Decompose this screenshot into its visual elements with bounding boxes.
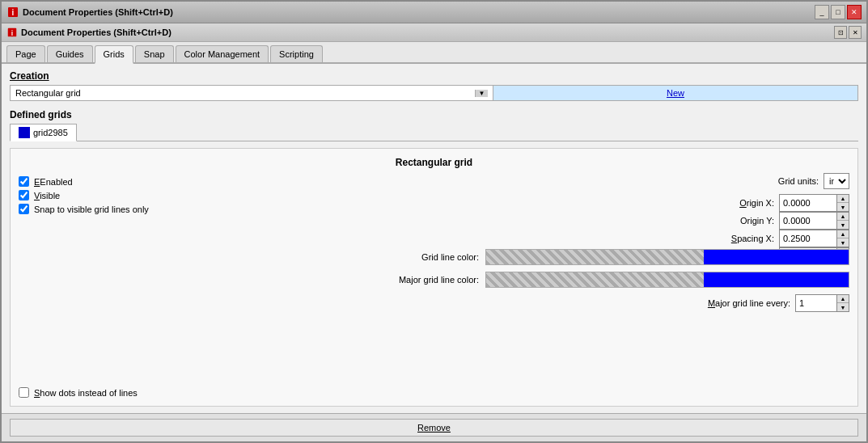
tab-grids[interactable]: Grids <box>95 45 133 64</box>
show-dots-row: Show dots instead of lines <box>19 387 138 398</box>
origin-y-spinner: ▲ ▼ <box>836 213 849 229</box>
units-label: Grid units: <box>778 176 819 186</box>
grid-line-color-label: Grid line color: <box>382 252 479 262</box>
grid-icon <box>19 127 30 138</box>
origin-x-down[interactable]: ▼ <box>837 203 849 211</box>
main-window: i Document Properties (Shift+Ctrl+D) _ □… <box>0 0 868 443</box>
inner-title-bar: i Document Properties (Shift+Ctrl+D) ⊡ ✕ <box>2 23 866 42</box>
app-icon: i <box>6 6 19 19</box>
visible-checkbox[interactable] <box>19 190 29 200</box>
main-content: Creation Rectangular grid ▼ New Defined … <box>2 64 866 413</box>
title-bar-controls: _ □ ✕ <box>815 5 862 19</box>
origin-y-input-wrap: 0.0000 ▲ ▼ <box>779 212 849 230</box>
visible-row: Visible <box>19 190 849 200</box>
major-every-spinner: ▲ ▼ <box>836 295 849 311</box>
spacing-x-up[interactable]: ▲ <box>837 230 849 238</box>
spacing-x-down[interactable]: ▼ <box>837 238 849 247</box>
origin-x-label: Origin X: <box>739 198 774 208</box>
grid-line-color-checker <box>486 250 704 264</box>
tab-snap[interactable]: Snap <box>135 45 174 62</box>
tab-page[interactable]: Page <box>6 45 45 62</box>
svg-rect-9 <box>19 127 30 138</box>
minimize-button[interactable]: _ <box>815 5 829 19</box>
enabled-row: EEnabled <box>19 176 849 187</box>
grid-line-color-blue <box>704 250 849 264</box>
origin-y-input[interactable]: 0.0000 <box>780 213 836 229</box>
dropdown-arrow-icon[interactable]: ▼ <box>475 90 488 97</box>
major-grid-line-color-blue <box>704 272 849 287</box>
origin-x-spinner: ▲ ▼ <box>836 195 849 211</box>
grid-type-dropdown[interactable]: Rectangular grid ▼ <box>11 86 493 100</box>
major-every-down[interactable]: ▼ <box>837 303 849 311</box>
grid-tab-label: grid2985 <box>33 128 68 137</box>
major-every-up[interactable]: ▲ <box>837 295 849 303</box>
tabs-bar: Page Guides Grids Snap Color Management … <box>2 42 866 64</box>
tab-scripting[interactable]: Scripting <box>270 45 323 62</box>
units-row: Grid units: in mm cm px <box>731 173 849 189</box>
close-button[interactable]: ✕ <box>847 5 862 19</box>
creation-row: Rectangular grid ▼ New <box>10 85 858 101</box>
spacing-x-label: Spacing X: <box>731 234 774 243</box>
visible-label: Visible <box>34 191 60 200</box>
defined-grids-section: Defined grids <box>10 109 858 141</box>
major-every-label: Major grid line every: <box>708 298 790 308</box>
bottom-bar: Remove <box>2 413 866 441</box>
grid-tab-container: grid2985 <box>10 124 858 141</box>
major-grid-line-color-bar[interactable] <box>485 272 849 288</box>
major-grid-line-color-label: Major grid line color: <box>382 275 479 285</box>
grid-type-value: Rectangular grid <box>15 88 475 98</box>
origin-y-up[interactable]: ▲ <box>837 213 849 221</box>
inner-close-button[interactable]: ✕ <box>849 26 862 39</box>
grid-line-color-bar[interactable] <box>485 249 849 265</box>
snap-checkbox[interactable] <box>19 204 29 214</box>
spacing-x-spinner: ▲ ▼ <box>836 230 849 247</box>
defined-grids-label: Defined grids <box>10 109 858 120</box>
svg-rect-4 <box>19 127 30 138</box>
show-dots-checkbox[interactable] <box>19 387 29 398</box>
units-select[interactable]: in mm cm px <box>824 174 849 188</box>
grid-panel-title: Rectangular grid <box>19 157 849 168</box>
inner-restore-button[interactable]: ⊡ <box>834 26 847 39</box>
snap-row: Snap to visible grid lines only <box>19 204 849 214</box>
inner-app-icon: i <box>6 27 18 38</box>
major-grid-line-color-checker <box>486 272 704 287</box>
origin-y-label: Origin Y: <box>740 216 774 226</box>
major-every-input-wrap: 1 ▲ ▼ <box>795 294 849 312</box>
title-bar-left: i Document Properties (Shift+Ctrl+D) <box>6 6 173 19</box>
origin-x-row: Origin X: 0.0000 ▲ ▼ <box>731 194 849 212</box>
window-title: Document Properties (Shift+Ctrl+D) <box>23 7 173 17</box>
svg-text:i: i <box>12 8 15 17</box>
tab-guides[interactable]: Guides <box>47 45 93 62</box>
snap-label: Snap to visible grid lines only <box>34 205 149 214</box>
new-button[interactable]: New <box>493 86 857 100</box>
grid-line-color-section: Grid line color: Major grid line color: <box>11 249 857 317</box>
origin-y-row: Origin Y: 0.0000 ▲ ▼ <box>731 212 849 230</box>
inner-window-title: Document Properties (Shift+Ctrl+D) <box>21 27 171 37</box>
spacing-x-input[interactable]: 0.2500 <box>780 230 836 247</box>
enabled-label: EEnabled <box>34 177 73 187</box>
inner-title-controls: ⊡ ✕ <box>834 26 862 39</box>
remove-button[interactable]: Remove <box>10 419 858 437</box>
show-dots-label: Show dots instead of lines <box>34 388 138 398</box>
units-select-wrap: in mm cm px <box>824 173 849 189</box>
enabled-checkbox[interactable] <box>19 176 29 187</box>
maximize-button[interactable]: □ <box>831 5 845 19</box>
origin-x-input[interactable]: 0.0000 <box>780 195 836 211</box>
origin-x-up[interactable]: ▲ <box>837 195 849 203</box>
major-every-input[interactable]: 1 <box>796 295 836 311</box>
checkboxes-group: EEnabled Visible Snap to visible grid li… <box>19 176 849 214</box>
inner-title-left: i Document Properties (Shift+Ctrl+D) <box>6 27 171 38</box>
show-dots-section: Show dots instead of lines <box>19 381 138 398</box>
title-bar: i Document Properties (Shift+Ctrl+D) _ □… <box>2 2 866 23</box>
grid-panel-box: Rectangular grid EEnabled Visible <box>10 148 858 407</box>
spacing-x-row: Spacing X: 0.2500 ▲ ▼ <box>731 230 849 247</box>
grids-panel: Creation Rectangular grid ▼ New Defined … <box>2 64 866 413</box>
tab-color-management[interactable]: Color Management <box>176 45 269 62</box>
spacing-x-input-wrap: 0.2500 ▲ ▼ <box>779 230 849 247</box>
grid-line-color-row: Grid line color: <box>19 249 849 265</box>
svg-text:i: i <box>11 29 13 37</box>
origin-y-down[interactable]: ▼ <box>837 221 849 229</box>
creation-label: Creation <box>10 70 858 82</box>
major-every-row: Major grid line every: 1 ▲ ▼ <box>19 294 849 312</box>
grid-tab-item[interactable]: grid2985 <box>10 124 77 141</box>
